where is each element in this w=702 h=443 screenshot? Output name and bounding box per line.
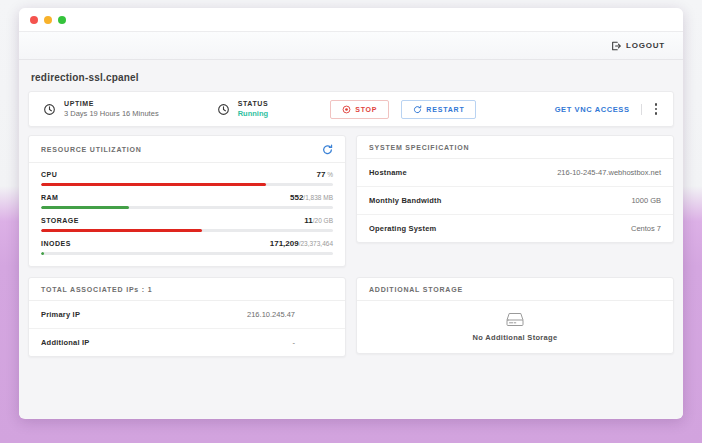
logout-icon bbox=[611, 41, 621, 51]
spec-label: Operating System bbox=[369, 224, 436, 233]
ip-label: Additional IP bbox=[41, 338, 89, 347]
spec-label: Hostname bbox=[369, 168, 407, 177]
minimize-window-icon[interactable] bbox=[44, 16, 52, 24]
status-label: STATUS bbox=[238, 100, 269, 107]
uptime-value: 3 Days 19 Hours 16 Minutes bbox=[64, 109, 159, 118]
logout-button[interactable]: LOGOUT bbox=[611, 41, 665, 51]
resource-row-ram: RAM 552/1,838 MB bbox=[29, 186, 345, 209]
ip-value: 216.10.245.47 bbox=[247, 310, 333, 319]
resource-value: 552/1,838 MB bbox=[290, 193, 333, 202]
resource-utilization-title: RESOURCE UTILIZATION bbox=[41, 146, 142, 153]
additional-storage-title: ADDITIONAL STORAGE bbox=[369, 286, 463, 293]
drive-icon bbox=[502, 310, 528, 329]
stop-button[interactable]: STOP bbox=[330, 100, 389, 119]
resource-row-storage: STORAGE 11/20 GB bbox=[29, 209, 345, 232]
spec-value: 216-10-245-47.webhostbox.net bbox=[557, 168, 661, 177]
cards-grid: RESOURCE UTILIZATION CPU 77 % RAM 552 bbox=[28, 135, 674, 357]
record-circle-icon bbox=[342, 105, 351, 114]
resource-label: RAM bbox=[41, 194, 58, 201]
resource-label: INODES bbox=[41, 240, 71, 247]
resource-utilization-card: RESOURCE UTILIZATION CPU 77 % RAM 552 bbox=[28, 135, 346, 267]
restart-button[interactable]: RESTART bbox=[401, 100, 476, 119]
spec-row-hostname: Hostname 216-10-245-47.webhostbox.net bbox=[357, 159, 673, 187]
resource-value: 11/20 GB bbox=[304, 216, 333, 225]
associated-ips-card: TOTAL ASSOCIATED IPs : 1 Primary IP 216.… bbox=[28, 277, 346, 357]
additional-storage-card: ADDITIONAL STORAGE No Additional Storage bbox=[356, 277, 674, 354]
uptime-label: UPTIME bbox=[64, 100, 159, 107]
uptime-group: UPTIME 3 Days 19 Hours 16 Minutes bbox=[43, 100, 159, 118]
spec-row-bandwidth: Monthly Bandwidth 1000 GB bbox=[357, 187, 673, 215]
maximize-window-icon[interactable] bbox=[58, 16, 66, 24]
restart-label: RESTART bbox=[426, 106, 464, 113]
refresh-icon[interactable] bbox=[322, 144, 333, 155]
resource-value: 77 % bbox=[317, 170, 334, 179]
window-titlebar bbox=[19, 8, 683, 32]
stop-label: STOP bbox=[355, 106, 377, 113]
clock-icon bbox=[43, 103, 56, 116]
vertical-divider bbox=[641, 104, 642, 115]
resource-value: 171,209/23,373,464 bbox=[270, 239, 333, 248]
close-window-icon[interactable] bbox=[30, 16, 38, 24]
resource-label: CPU bbox=[41, 171, 57, 178]
logout-label: LOGOUT bbox=[626, 41, 665, 50]
spec-value: 1000 GB bbox=[631, 196, 661, 205]
progress-track bbox=[41, 252, 333, 255]
ip-row-additional: Additional IP - bbox=[29, 329, 345, 356]
no-additional-storage-text: No Additional Storage bbox=[473, 333, 558, 342]
resource-row-cpu: CPU 77 % bbox=[29, 163, 345, 186]
top-toolbar: LOGOUT bbox=[19, 32, 683, 60]
clock-icon bbox=[217, 103, 230, 116]
resource-row-inodes: INODES 171,209/23,373,464 bbox=[29, 232, 345, 266]
spec-value: Centos 7 bbox=[631, 224, 661, 233]
spec-row-os: Operating System Centos 7 bbox=[357, 215, 673, 242]
status-group: STATUS Running bbox=[217, 100, 269, 118]
progress-fill bbox=[41, 252, 44, 255]
restart-icon bbox=[413, 105, 422, 114]
status-value: Running bbox=[238, 109, 269, 118]
get-vnc-access-link[interactable]: GET VNC ACCESS bbox=[555, 105, 630, 114]
ip-value: - bbox=[293, 338, 334, 347]
server-action-bar: UPTIME 3 Days 19 Hours 16 Minutes STATUS… bbox=[28, 91, 674, 127]
system-specification-card: SYSTEM SPECIFICATION Hostname 216-10-245… bbox=[356, 135, 674, 243]
system-specification-title: SYSTEM SPECIFICATION bbox=[369, 144, 469, 151]
app-window: LOGOUT redirection-ssl.cpanel UPTIME 3 D… bbox=[19, 8, 683, 419]
resource-label: STORAGE bbox=[41, 217, 79, 224]
main-content: redirection-ssl.cpanel UPTIME 3 Days 19 … bbox=[19, 60, 683, 418]
ip-row-primary: Primary IP 216.10.245.47 bbox=[29, 301, 345, 329]
spec-label: Monthly Bandwidth bbox=[369, 196, 442, 205]
ip-label: Primary IP bbox=[41, 310, 80, 319]
associated-ips-title: TOTAL ASSOCIATED IPs : 1 bbox=[41, 286, 152, 293]
page-title: redirection-ssl.cpanel bbox=[31, 72, 671, 83]
kebab-menu-icon[interactable] bbox=[653, 101, 660, 117]
